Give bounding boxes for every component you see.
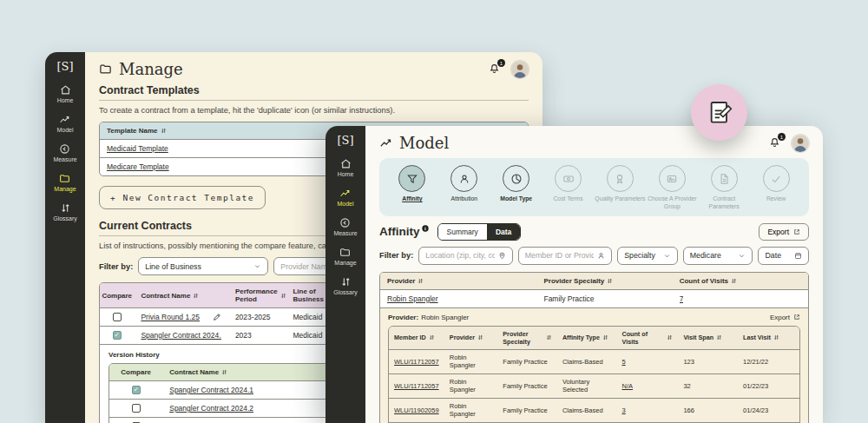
compare-checkbox[interactable]: ✓ (132, 386, 141, 394)
sort-icon (546, 334, 552, 340)
count-of-visits-link[interactable]: 3 (621, 406, 625, 414)
sidebar-item-measure[interactable]: Measure (53, 143, 76, 162)
info-icon[interactable]: i (422, 225, 429, 232)
sidebar-item-measure[interactable]: Measure (333, 217, 357, 236)
provider-link[interactable]: Robin Spangler (387, 294, 438, 303)
specialty-select[interactable]: Specialty (617, 247, 678, 265)
step-choose-provider-group[interactable]: Choose A Provider Group (646, 165, 698, 211)
model-window: [S] Home Model Measure Manage (326, 126, 823, 423)
column-header-performance-period[interactable]: Performance Period (228, 283, 286, 307)
avatar-image (511, 61, 529, 78)
template-link[interactable]: Medicaid Template (107, 144, 168, 153)
sidebar-item-model[interactable]: Model (56, 114, 73, 133)
step-quality-parameters[interactable]: Quality Parameters (595, 165, 647, 211)
affinity-heading: Affinity i (379, 225, 429, 238)
new-contract-template-button[interactable]: + New Contract Template (99, 186, 266, 209)
provider-cell: Robin Spangler (444, 350, 497, 373)
member-id-link[interactable]: WLU/11902059 (394, 406, 439, 414)
version-link[interactable]: Spangler Contract 2024.2 (169, 404, 253, 413)
compare-checkbox[interactable] (113, 313, 122, 321)
visits-table: Member ID Provider Provider Specialty Af… (388, 326, 800, 423)
member-id-link[interactable]: WLU/11712057 (394, 382, 439, 390)
step-contract-parameters[interactable]: Contract Parameters (698, 165, 750, 211)
sidebar-item-glossary[interactable]: Glossary (333, 276, 358, 295)
last-visit-cell: 12/21/22 (738, 350, 799, 373)
model-topbar: Model 1 (379, 134, 809, 152)
count-of-visits-link[interactable]: 7 (680, 294, 684, 303)
member-input[interactable] (525, 251, 594, 260)
tab-data[interactable]: Data (487, 224, 520, 240)
compare-checkbox[interactable]: ✓ (113, 331, 122, 340)
notification-badge: 1 (778, 133, 786, 141)
sidebar-item-home[interactable]: Home (338, 158, 354, 177)
manage-topbar: Manage 1 (99, 60, 529, 78)
sidebar-item-manage[interactable]: Manage (334, 247, 356, 266)
affinity-filter-row: Filter by: Specialty Medicare (379, 247, 809, 265)
column-header-count-of-visits[interactable]: Count of Visits (616, 327, 678, 349)
column-header-provider[interactable]: Provider (380, 273, 536, 289)
column-header-provider[interactable]: Provider (444, 327, 497, 349)
payer-select[interactable]: Medicare (683, 247, 753, 265)
column-header-member-id[interactable]: Member ID (389, 327, 444, 349)
avatar[interactable] (792, 135, 809, 152)
member-id-link[interactable]: WLU/11712057 (394, 358, 439, 366)
people-icon (458, 173, 470, 185)
export-link[interactable]: Export (770, 314, 800, 321)
date-picker[interactable]: Date (758, 247, 809, 265)
contract-link[interactable]: Privia Round 1.25 (141, 313, 200, 321)
desktop: [S] Home Model Measure Manage (0, 0, 868, 423)
model-chart-icon (59, 114, 70, 125)
contract-link[interactable]: Spangler Contract 2024.1 (141, 331, 220, 340)
location-input[interactable] (425, 251, 494, 260)
step-cost-terms[interactable]: Cost Terms (542, 165, 595, 211)
filter-by-label: Filter by: (379, 251, 413, 260)
column-header-count-of-visits[interactable]: Count of Visits (673, 273, 808, 289)
sidebar-item-label: Measure (53, 156, 76, 162)
model-stepper: Affinity Attribution Model Type Cost Ter… (379, 158, 809, 216)
line-of-business-select[interactable]: Line of Business (138, 257, 268, 275)
template-link[interactable]: Medicare Template (107, 162, 169, 171)
compare-checkbox[interactable] (132, 404, 141, 413)
edit-pencil-icon[interactable] (213, 313, 221, 321)
notifications-button[interactable]: 1 (769, 137, 780, 149)
version-link[interactable]: Spangler Contract 2024.1 (169, 386, 253, 394)
sidebar-item-home[interactable]: Home (57, 84, 74, 103)
notifications-button[interactable]: 1 (489, 63, 500, 75)
column-header-provider-specialty[interactable]: Provider Specialty (536, 273, 672, 289)
visit-span-cell: 123 (678, 350, 738, 373)
column-header-contract-name[interactable]: Contract Name (134, 283, 227, 307)
visit-span-cell: 166 (678, 399, 738, 422)
funnel-icon (406, 173, 418, 185)
badge-card-icon (666, 173, 678, 185)
pie-chart-icon (510, 173, 523, 185)
column-header-last-visit[interactable]: Last Visit (738, 327, 799, 349)
step-affinity[interactable]: Affinity (386, 165, 438, 211)
home-icon (60, 84, 71, 96)
performance-period-cell: 2023 (228, 327, 286, 344)
sort-icon (773, 334, 779, 340)
sidebar-item-manage[interactable]: Manage (54, 173, 76, 192)
tab-summary[interactable]: Summary (438, 224, 487, 240)
export-button[interactable]: Export (759, 223, 809, 241)
providers-table: Provider Provider Specialty Count of Vis… (379, 272, 809, 423)
member-field (518, 247, 612, 265)
count-of-visits-link[interactable]: 5 (621, 358, 625, 366)
count-of-visits-link[interactable]: N/A (621, 382, 633, 390)
sidebar-item-glossary[interactable]: Glossary (53, 202, 77, 221)
model-sidebar: [S] Home Model Measure Manage (326, 126, 365, 423)
manage-folder-icon (339, 247, 351, 258)
step-model-type[interactable]: Model Type (490, 165, 542, 211)
sidebar-item-model[interactable]: Model (337, 188, 353, 207)
chevron-down-icon (663, 252, 671, 260)
column-header-provider-specialty[interactable]: Provider Specialty (497, 327, 557, 349)
step-review[interactable]: Review (750, 165, 802, 211)
edit-contract-badge[interactable] (691, 84, 747, 141)
glossary-sort-icon (60, 202, 71, 214)
sort-icon (602, 334, 608, 340)
step-attribution[interactable]: Attribution (438, 165, 490, 211)
avatar[interactable] (511, 61, 529, 78)
notification-badge: 1 (497, 59, 505, 67)
column-header-affinity-type[interactable]: Affinity Type (557, 327, 617, 349)
column-header-visit-span[interactable]: Visit Span (678, 327, 738, 349)
topbar-actions: 1 (769, 135, 809, 152)
